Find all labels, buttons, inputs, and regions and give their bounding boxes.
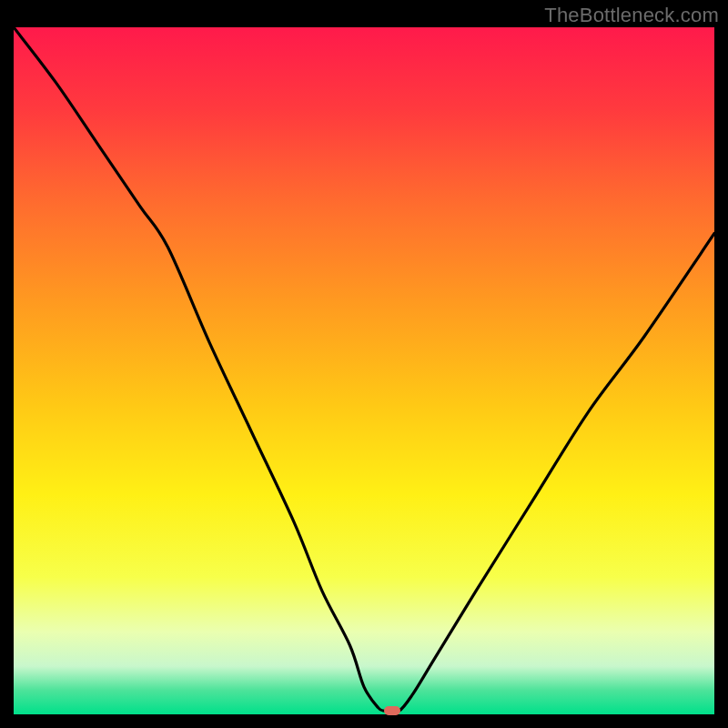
chart-frame: TheBottleneck.com: [0, 0, 728, 728]
gradient-background: [14, 27, 714, 714]
plot-area: [14, 27, 714, 714]
bottleneck-chart: [14, 27, 714, 714]
optimal-point-marker: [384, 706, 400, 715]
watermark-text: TheBottleneck.com: [544, 4, 719, 27]
